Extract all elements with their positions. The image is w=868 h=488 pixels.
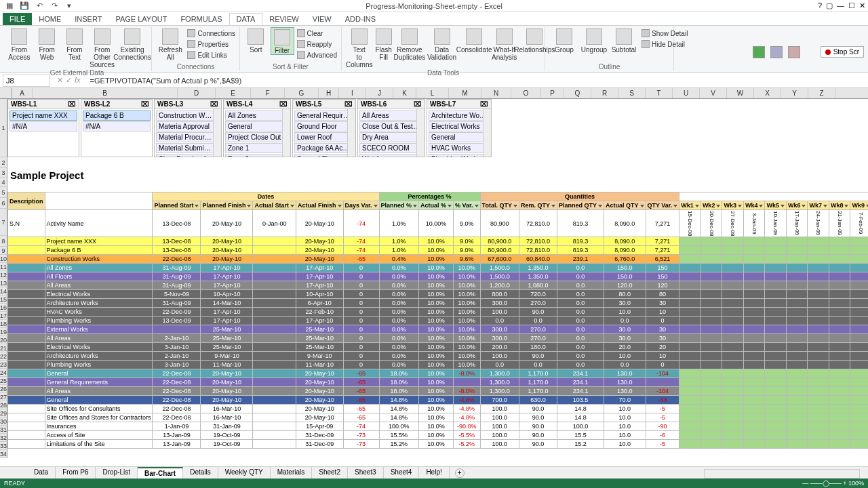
flash-fill-button[interactable]: FlashFill (375, 27, 391, 61)
summary-cell[interactable]: 20-May-10 (296, 210, 343, 237)
tab-page-layout[interactable]: PAGE LAYOUT (108, 13, 174, 25)
col-header-N[interactable]: N (481, 88, 511, 98)
col-header-U[interactable]: U (673, 88, 700, 98)
summary-cell[interactable]: 13-Dec-08 (153, 210, 201, 237)
sort-button[interactable]: Sort (244, 27, 268, 54)
table-row[interactable]: External Works25-Mar-1025-Mar-1000.0%10.… (8, 325, 868, 334)
table-row[interactable]: Project name XXX13-Dec-0820-May-1020-May… (8, 237, 868, 246)
row-header[interactable]: 24 (0, 369, 7, 377)
col-header-W[interactable]: W (727, 88, 754, 98)
col-week[interactable]: Wk5 (765, 201, 787, 210)
table-row[interactable]: Architecture Works2-Jan-109-Mar-109-Mar-… (8, 352, 868, 361)
addon-icon-1[interactable] (753, 46, 765, 58)
col-header-S[interactable]: S (618, 88, 646, 98)
existing-connections-button[interactable]: ExistingConnections (117, 27, 147, 61)
sheet-tab-bar-chart[interactable]: Bar-Chart (138, 467, 183, 479)
addon-icon-3[interactable] (788, 46, 800, 58)
summary-cell[interactable]: 9.0% (454, 210, 481, 237)
col-header-A[interactable]: A (12, 88, 33, 98)
col-pq[interactable]: Planned QTY (557, 201, 604, 210)
col-header-Z[interactable]: Z (808, 88, 835, 98)
row-header[interactable]: 13 (0, 279, 7, 287)
row-header[interactable]: 18 (0, 320, 7, 328)
col-pf[interactable]: Planned Finish (201, 201, 253, 210)
slicer-item[interactable]: Second Floor (294, 154, 354, 157)
table-row[interactable]: General22-Dec-0820-May-1020-May-10-6518.… (8, 369, 868, 378)
table-row[interactable]: HVAC Works22-Dec-0917-Apr-1022-Feb-1000.… (8, 308, 868, 317)
col-pp[interactable]: Planned % (379, 201, 419, 210)
row-header[interactable]: 23 (0, 361, 7, 369)
sheet-tab-materials[interactable]: Materials (271, 467, 313, 479)
col-week[interactable]: Wk8 (829, 201, 850, 210)
from-other-sources-button[interactable]: FromOther Sources (90, 27, 115, 68)
row-header[interactable]: 21 (0, 344, 7, 352)
slicer-item[interactable]: Material Procur… (156, 132, 220, 142)
slicer-item[interactable]: All Zones (225, 110, 289, 121)
col-header-J[interactable]: J (366, 88, 393, 98)
close-icon[interactable]: ✕ (859, 1, 865, 10)
slicer-scrollbar[interactable] (483, 109, 491, 157)
subtotal-button[interactable]: Subtotal (609, 27, 639, 54)
slicer-clear-icon[interactable]: ⌧ (68, 100, 76, 108)
slicer-item[interactable]: All Areas (359, 110, 423, 121)
summary-cell[interactable]: 819.3 (557, 210, 604, 237)
slicer-item[interactable]: SCECO ROOM (359, 143, 423, 153)
slicer-clear-icon[interactable]: ⌧ (344, 100, 353, 108)
text-to-columns-button[interactable]: Textto Columns (346, 27, 372, 68)
row-header[interactable]: 7 (0, 209, 7, 236)
slicer-item[interactable]: General Require… (294, 110, 354, 121)
tab-review[interactable]: REVIEW (262, 13, 305, 25)
table-row[interactable]: Plumbing Works13-Dec-0917-Apr-1017-Apr-1… (8, 317, 868, 325)
remove-duplicates-button[interactable]: RemoveDuplicates (395, 27, 425, 61)
col-vp[interactable]: % Var. (454, 201, 481, 210)
slicer-clear-icon[interactable]: ⌧ (414, 100, 422, 108)
edit-links-button[interactable]: Edit Links (187, 50, 235, 60)
slicer-item[interactable]: Ground Floor (294, 121, 354, 131)
what-if-analysis-button[interactable]: What-IfAnalysis (492, 27, 517, 61)
row-header[interactable]: 28 (0, 401, 7, 409)
col-header-E[interactable]: E (216, 88, 251, 98)
row-header[interactable]: 4 (0, 178, 7, 187)
clear-button[interactable]: Clear (297, 28, 337, 38)
connections-button[interactable]: Connections (187, 28, 235, 38)
slicer-scrollbar[interactable] (416, 109, 425, 157)
filter-button[interactable]: Filter (271, 27, 294, 55)
row-header[interactable]: 6 (0, 198, 7, 209)
slicer-clear-icon[interactable]: ⌧ (210, 100, 218, 108)
from-web-button[interactable]: FromWeb (35, 27, 60, 61)
file-tab[interactable]: FILE (3, 13, 32, 25)
col-af[interactable]: Actual Finish (296, 201, 343, 210)
slicer-item[interactable]: Project Close Out (225, 132, 289, 142)
col-as[interactable]: Actual Start (253, 201, 296, 210)
summary-cell[interactable]: 20-May-10 (201, 210, 253, 237)
excel-icon[interactable]: ▦ (3, 1, 16, 12)
sheet-tab-data[interactable]: Data (27, 467, 56, 479)
row-header[interactable]: 14 (0, 287, 7, 296)
slicer-scrollbar[interactable] (213, 109, 221, 157)
slicer-item[interactable]: Wet Area (359, 154, 423, 157)
row-header[interactable]: 22 (0, 352, 7, 361)
col-header-T[interactable]: T (646, 88, 673, 98)
ungroup-button[interactable]: Ungroup (579, 27, 609, 54)
tab-insert[interactable]: INSERT (68, 13, 108, 25)
slicer-item[interactable]: General (225, 121, 289, 131)
col-header-F[interactable]: F (251, 88, 285, 98)
col-header-Q[interactable]: Q (564, 88, 591, 98)
slicer-item[interactable]: HVAC Works (429, 143, 490, 153)
tab-data[interactable]: DATA (229, 13, 263, 25)
sheet-tab-from-p6[interactable]: From P6 (56, 467, 96, 479)
col-header-Y[interactable]: Y (781, 88, 808, 98)
col-header-V[interactable]: V (700, 88, 727, 98)
slicer-clear-icon[interactable]: ⌧ (141, 100, 149, 108)
from-access-button[interactable]: FromAccess (7, 27, 32, 61)
slicer-item[interactable]: General (429, 132, 490, 142)
summary-cell[interactable]: 72,810.0 (519, 210, 557, 237)
col-header-O[interactable]: O (511, 88, 541, 98)
slicer-item[interactable]: Close Out & Testi… (359, 121, 423, 131)
table-row[interactable]: Insurances1-Jan-0931-Jan-0915-Apr-09-741… (8, 422, 868, 431)
horizontal-scrollbar[interactable] (704, 469, 860, 479)
slicer-item[interactable]: Construction W… (156, 110, 220, 121)
sheet-tab-sheet2[interactable]: Sheet2 (312, 467, 348, 479)
slicer-item[interactable]: Plumbing Works (429, 154, 490, 157)
group-button[interactable]: Group (549, 27, 579, 54)
